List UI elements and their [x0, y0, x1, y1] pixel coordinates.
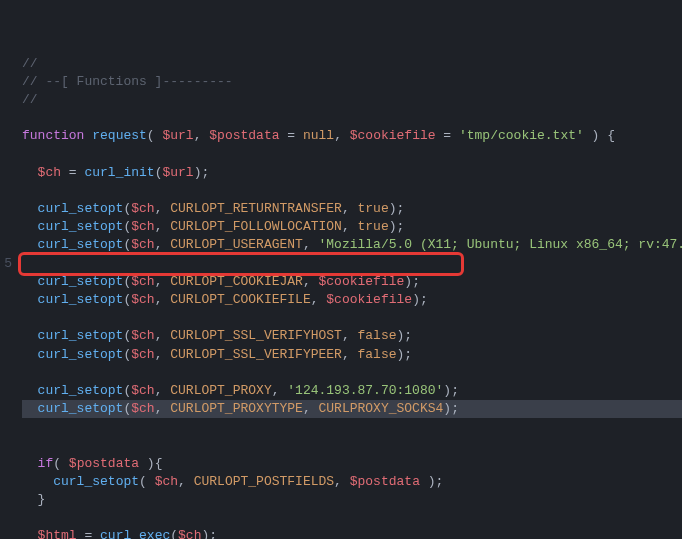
line-number	[0, 0, 12, 18]
line-number	[0, 291, 12, 309]
code-line[interactable]: function request( $url, $postdata = null…	[22, 127, 682, 145]
code-token	[22, 292, 38, 307]
code-editor: 5 //// --[ Functions ]---------// functi…	[0, 0, 682, 539]
code-token: );	[397, 328, 413, 343]
code-line[interactable]	[22, 418, 682, 436]
code-line[interactable]: curl_setopt($ch, CURLOPT_SSL_VERIFYHOST,…	[22, 327, 682, 345]
code-token: $ch	[38, 165, 61, 180]
code-token: (	[147, 128, 163, 143]
line-number	[0, 218, 12, 236]
code-token	[22, 219, 38, 234]
code-token: if	[38, 456, 54, 471]
code-token: =	[61, 165, 84, 180]
code-token: $url	[162, 165, 193, 180]
code-token: CURLOPT_SSL_VERIFYPEER	[170, 347, 342, 362]
code-line[interactable]: curl_setopt( $ch, CURLOPT_POSTFIELDS, $p…	[22, 473, 682, 491]
code-token: (	[53, 456, 69, 471]
code-token: curl_init	[84, 165, 154, 180]
code-token	[22, 474, 53, 489]
code-line[interactable]: //	[22, 91, 682, 109]
code-token: =	[436, 128, 459, 143]
code-token: $ch	[131, 201, 154, 216]
code-token: ,	[342, 201, 358, 216]
code-line[interactable]	[22, 509, 682, 527]
code-token: ,	[272, 383, 288, 398]
line-number	[0, 18, 12, 36]
code-token: ,	[342, 328, 358, 343]
line-number	[0, 127, 12, 145]
code-token: 'tmp/cookie.txt'	[459, 128, 584, 143]
code-token	[22, 383, 38, 398]
code-token: (	[170, 528, 178, 539]
code-token: curl_setopt	[38, 401, 124, 416]
code-token: =	[280, 128, 303, 143]
code-token: //	[22, 92, 38, 107]
code-token: CURLOPT_POSTFIELDS	[194, 474, 334, 489]
line-number	[0, 346, 12, 364]
code-line[interactable]	[22, 146, 682, 164]
code-token: }	[22, 492, 45, 507]
code-token: curl_setopt	[38, 237, 124, 252]
code-token: false	[358, 328, 397, 343]
code-token: );	[443, 383, 459, 398]
code-token: ){	[139, 456, 162, 471]
code-token	[22, 274, 38, 289]
code-line[interactable]: curl_setopt($ch, CURLOPT_RETURNTRANSFER,…	[22, 200, 682, 218]
code-token: ,	[155, 237, 171, 252]
code-line[interactable]: }	[22, 491, 682, 509]
code-line[interactable]: curl_setopt($ch, CURLOPT_PROXY, '124.193…	[22, 382, 682, 400]
code-token: $ch	[131, 237, 154, 252]
code-token: // --[ Functions ]---------	[22, 74, 233, 89]
code-token: ,	[303, 274, 319, 289]
line-number	[0, 382, 12, 400]
code-token: CURLOPT_COOKIEJAR	[170, 274, 303, 289]
code-token: );	[389, 219, 405, 234]
line-number	[0, 473, 12, 491]
code-token	[22, 237, 38, 252]
code-token: ,	[155, 201, 171, 216]
code-line[interactable]: curl_setopt($ch, CURLOPT_FOLLOWLOCATION,…	[22, 218, 682, 236]
code-token: CURLOPT_RETURNTRANSFER	[170, 201, 342, 216]
code-token: curl_exec	[100, 528, 170, 539]
code-line[interactable]	[22, 437, 682, 455]
code-token	[22, 347, 38, 362]
code-token: );	[412, 292, 428, 307]
code-token: CURLOPT_USERAGENT	[170, 237, 303, 252]
code-line[interactable]	[22, 364, 682, 382]
code-token: =	[77, 528, 100, 539]
code-line[interactable]: $html = curl_exec($ch);	[22, 527, 682, 539]
line-number: 5	[0, 255, 12, 273]
code-line[interactable]: //	[22, 55, 682, 73]
code-token: curl_setopt	[38, 328, 124, 343]
code-token: //	[22, 56, 38, 71]
code-line[interactable]	[22, 109, 682, 127]
code-line[interactable]	[22, 309, 682, 327]
code-line[interactable]: curl_setopt($ch, CURLOPT_COOKIEJAR, $coo…	[22, 273, 682, 291]
code-line[interactable]	[22, 255, 682, 273]
code-line[interactable]: curl_setopt($ch, CURLOPT_SSL_VERIFYPEER,…	[22, 346, 682, 364]
code-line[interactable]: curl_setopt($ch, CURLOPT_PROXYTYPE, CURL…	[22, 400, 682, 418]
code-line[interactable]: curl_setopt($ch, CURLOPT_COOKIEFILE, $co…	[22, 291, 682, 309]
line-number	[0, 109, 12, 127]
code-token: $postdata	[209, 128, 279, 143]
code-token: ,	[155, 328, 171, 343]
line-number	[0, 437, 12, 455]
code-line[interactable]: // --[ Functions ]---------	[22, 73, 682, 91]
code-token: function	[22, 128, 84, 143]
code-area[interactable]: //// --[ Functions ]---------// function…	[18, 0, 682, 539]
code-token: $ch	[131, 347, 154, 362]
code-token: ,	[155, 383, 171, 398]
code-token: null	[303, 128, 334, 143]
code-token: ,	[311, 292, 327, 307]
line-number	[0, 527, 12, 539]
line-number	[0, 164, 12, 182]
code-line[interactable]: curl_setopt($ch, CURLOPT_USERAGENT, 'Moz…	[22, 236, 682, 254]
code-token: ,	[155, 292, 171, 307]
code-line[interactable]: if( $postdata ){	[22, 455, 682, 473]
code-line[interactable]	[22, 182, 682, 200]
code-token: false	[358, 347, 397, 362]
line-number	[0, 455, 12, 473]
code-line[interactable]: $ch = curl_init($url);	[22, 164, 682, 182]
code-token: ,	[342, 347, 358, 362]
code-token: curl_setopt	[38, 274, 124, 289]
